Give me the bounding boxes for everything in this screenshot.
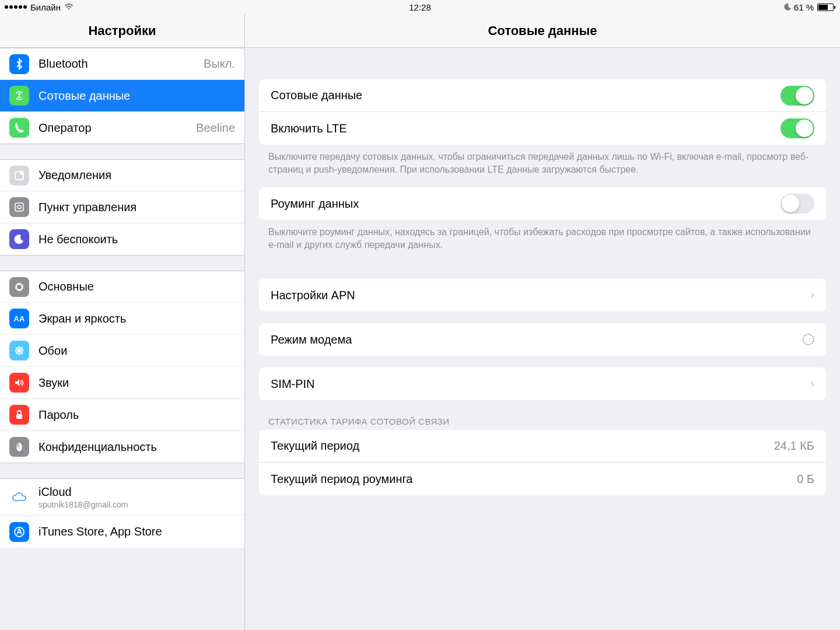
chevron-right-icon: › [810,288,814,303]
detail-pane: Сотовые данные Сотовые данные Включить L… [245,14,840,630]
sidebar-item-value: Beeline [196,121,235,135]
cellular-data-note: Выключите передачу сотовых данных, чтобы… [268,150,817,176]
battery-percent: 61 % [794,2,814,12]
sounds-icon [9,373,29,393]
personal-hotspot-label: Режим модема [271,333,803,346]
data-roaming-row[interactable]: Роуминг данных [259,187,826,220]
svg-rect-2 [15,203,23,211]
passcode-icon [9,405,29,425]
apn-settings-row[interactable]: Настройки APN › [259,279,826,312]
loading-spinner-icon [803,334,814,345]
sidebar-item-пункт-управления[interactable]: Пункт управления [0,191,244,223]
sidebar-item-пароль[interactable]: Пароль [0,399,244,431]
signal-strength-icon [5,5,27,9]
sidebar-item-label: iTunes Store, App Store [38,525,235,538]
cellular-icon [9,86,29,106]
sidebar-item-обои[interactable]: Обои [0,335,244,367]
enable-lte-toggle[interactable] [780,118,814,138]
sidebar-header: Настройки [0,14,244,48]
sidebar-item-value: Выкл. [204,57,235,71]
stats-header: СТАТИСТИКА ТАРИФА СОТОВОЙ СВЯЗИ [268,416,817,426]
cellular-data-toggle[interactable] [780,86,814,106]
privacy-icon [9,437,29,457]
svg-point-1 [20,172,23,175]
carrier-name: Билайн [30,2,61,12]
sidebar-item-label: iCloud [38,485,128,499]
sidebar-item-экран-и-яркость[interactable]: AAЭкран и яркость [0,303,244,335]
roaming-period-row: Текущий период роуминга 0 Б [259,463,826,495]
sidebar-item-label: Пароль [38,408,235,422]
phone-icon [9,118,29,138]
sidebar-item-label: Звуки [38,376,235,390]
enable-lte-row[interactable]: Включить LTE [259,112,826,145]
sim-pin-row[interactable]: SIM-PIN › [259,368,826,400]
gear-icon [9,277,29,297]
dnd-icon [9,229,29,249]
control-center-icon [9,197,29,217]
svg-rect-6 [16,414,22,419]
current-period-label: Текущий период [271,439,774,453]
sidebar-item-конфиденциальность[interactable]: Конфиденциальность [0,431,244,463]
sidebar-item-label: Экран и яркость [38,312,235,326]
dnd-moon-icon [783,3,792,11]
sidebar-item-звуки[interactable]: Звуки [0,367,244,399]
status-bar: Билайн 12:28 61 % [0,0,840,14]
sidebar-item-bluetooth[interactable]: BluetoothВыкл. [0,48,244,80]
data-roaming-label: Роуминг данных [271,197,780,211]
sidebar-item-label: Сотовые данные [38,89,235,103]
detail-header: Сотовые данные [245,14,840,48]
icloud-icon [9,487,29,507]
personal-hotspot-row[interactable]: Режим модема [259,323,826,356]
sidebar-item-сотовые-данные[interactable]: Сотовые данные [0,80,244,112]
sidebar-item-не-беспокоить[interactable]: Не беспокоить [0,223,244,256]
roaming-period-label: Текущий период роуминга [271,473,797,486]
roaming-period-value: 0 Б [797,473,814,486]
appstore-icon [9,522,29,542]
battery-icon [816,4,835,11]
sidebar-item-label: Обои [38,344,235,358]
sidebar-item-label: Основные [38,280,235,293]
cellular-data-label: Сотовые данные [271,89,780,102]
svg-point-3 [18,205,21,209]
sim-pin-label: SIM-PIN [271,377,810,391]
sidebar-item-label: Bluetooth [38,57,204,71]
enable-lte-label: Включить LTE [271,122,780,135]
sidebar-item-label: Не беспокоить [38,233,235,246]
sidebar-title: Настройки [88,23,156,38]
apn-settings-label: Настройки APN [271,289,810,302]
sidebar-item-уведомления[interactable]: Уведомления [0,159,244,191]
display-icon: AA [9,309,29,328]
wallpaper-icon [9,341,29,360]
sidebar-item-label: Оператор [38,121,196,135]
detail-title: Сотовые данные [488,23,597,38]
cellular-data-row[interactable]: Сотовые данные [259,79,826,112]
sidebar-item-label: Конфиденциальность [38,440,235,454]
sidebar-item-subtitle: sputnik1818@gmail.com [38,500,128,509]
sidebar-item-itunes-store-app-store[interactable]: iTunes Store, App Store [0,516,244,548]
chevron-right-icon: › [810,376,814,391]
data-roaming-toggle[interactable] [780,194,814,214]
sidebar-item-основные[interactable]: Основные [0,271,244,303]
clock: 12:28 [282,2,559,12]
wifi-icon [64,4,74,10]
bluetooth-icon [9,54,29,74]
sidebar-item-оператор[interactable]: ОператорBeeline [0,112,244,144]
current-period-value: 24,1 КБ [774,439,814,453]
notifications-icon [9,166,29,186]
sidebar-item-icloud[interactable]: iCloudsputnik1818@gmail.com [0,478,244,516]
sidebar-item-label: Уведомления [38,169,235,182]
current-period-row: Текущий период 24,1 КБ [259,430,826,463]
data-roaming-note: Выключите роуминг данных, находясь за гр… [268,226,817,251]
sidebar-item-label: Пункт управления [38,201,235,214]
settings-sidebar: Настройки BluetoothВыкл.Сотовые данныеОп… [0,14,245,630]
